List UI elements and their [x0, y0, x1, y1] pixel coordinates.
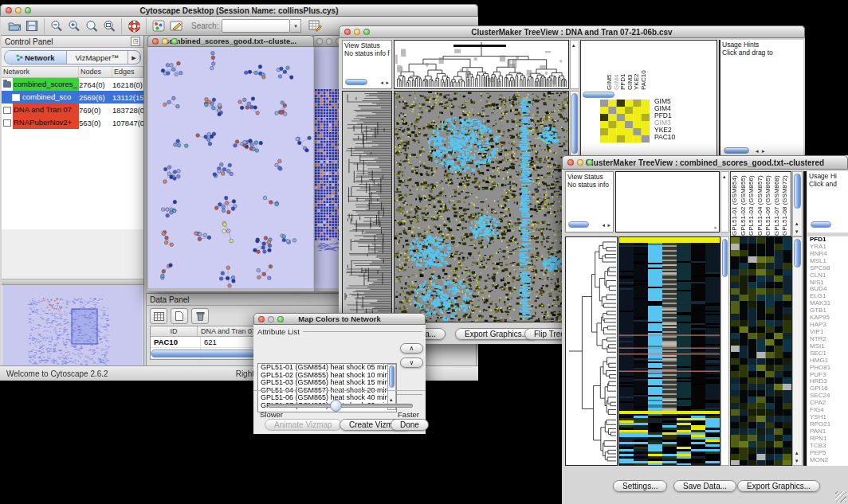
close-button[interactable]: [344, 29, 351, 35]
col-network[interactable]: Network: [2, 67, 79, 77]
pane-divider[interactable]: [803, 171, 807, 466]
zoom-button[interactable]: [363, 29, 370, 35]
column-label[interactable]: GPL51-04 (GSM857): [756, 172, 765, 236]
treeview2-titlebar[interactable]: ClusterMaker TreeView : combined_scores_…: [562, 155, 848, 170]
minimize-button[interactable]: [326, 38, 332, 45]
scroll-up-icon[interactable]: ▴: [795, 450, 799, 455]
vizmapper-icon[interactable]: [150, 18, 167, 34]
scroll-up-icon[interactable]: ▴: [723, 174, 726, 179]
tab-overflow-arrow[interactable]: ▶: [128, 51, 140, 64]
tv2-column-dendrogram[interactable]: ▸: [615, 171, 720, 232]
minimize-button[interactable]: [15, 7, 22, 14]
column-label[interactable]: GPL51-07 (GSM868): [773, 172, 782, 236]
scroll-thumb[interactable]: [794, 239, 801, 268]
done-button[interactable]: Done: [391, 419, 429, 431]
column-label[interactable]: GPL51-03 (GSM856): [748, 172, 756, 236]
minimize-button[interactable]: [268, 316, 274, 322]
zoom-button[interactable]: [171, 38, 178, 45]
tv1-column-dendrogram-canvas[interactable]: [395, 41, 568, 88]
move-up-button[interactable]: ∧: [400, 343, 423, 354]
zoom-button[interactable]: [587, 159, 593, 166]
settings-button[interactable]: Settings...: [613, 480, 667, 492]
float-panel-icon[interactable]: ◳: [131, 37, 140, 46]
tv1-selected-matrix-canvas[interactable]: [600, 100, 650, 143]
column-label[interactable]: GPL51-02 (GSM855): [740, 172, 748, 236]
minimize-button[interactable]: [577, 159, 583, 166]
birdseye-view-canvas[interactable]: [2, 285, 143, 369]
tv2-status-scrollbar[interactable]: [568, 221, 589, 228]
search-input[interactable]: [222, 19, 290, 33]
tv2-selected-matrix-canvas[interactable]: [731, 237, 791, 465]
scroll-up-icon[interactable]: ▴: [572, 42, 575, 48]
save-session-icon[interactable]: [23, 18, 41, 34]
save-data-button[interactable]: Save Data...: [673, 480, 736, 492]
main-titlebar[interactable]: Cytoscape Desktop (Session Name: collins…: [0, 4, 478, 17]
tv1-vscroll-thumb[interactable]: [571, 93, 578, 154]
new-attribute-icon[interactable]: [171, 308, 188, 324]
col-edges[interactable]: Edges: [112, 67, 143, 77]
scroll-thumb[interactable]: [794, 174, 801, 209]
tv2-row-dendrogram-canvas[interactable]: [566, 237, 617, 465]
scroll-up-icon[interactable]: ▴: [795, 221, 799, 226]
scroll-up-icon[interactable]: ▴: [390, 397, 393, 402]
tv1-status-scrollbar[interactable]: [345, 79, 367, 85]
table-row[interactable]: RNAPuberNov2+ 563(0) 107847(0): [2, 116, 143, 129]
scroll-left-icon[interactable]: ◂: [602, 222, 605, 228]
minimize-button[interactable]: [354, 29, 360, 35]
zoom-button[interactable]: [277, 316, 284, 322]
close-button[interactable]: [6, 7, 12, 14]
tv1-heatmap-canvas[interactable]: [395, 92, 568, 322]
table-edit-icon[interactable]: [306, 18, 324, 34]
column-label[interactable]: GPL51-01 (GSM854): [731, 172, 740, 236]
zoom-button[interactable]: [25, 7, 31, 14]
tab-vizmapper[interactable]: VizMapper™: [67, 51, 129, 64]
table-row[interactable]: DNA and Tran 07 769(0) 183728(0): [2, 104, 143, 116]
column-label[interactable]: GPL51-08 (GSM872): [781, 172, 790, 236]
close-button[interactable]: [152, 38, 159, 45]
tv1-row-dendrogram-canvas[interactable]: [343, 92, 391, 322]
select-attributes-icon[interactable]: [150, 308, 167, 324]
close-button[interactable]: [258, 316, 265, 322]
tv1-hints-scrollbar[interactable]: [724, 147, 749, 154]
table-row[interactable]: combined_scores_ 2764(0) 16218(0): [2, 78, 143, 91]
tv2-list-vscrollbar[interactable]: ▴ ▾: [792, 236, 803, 466]
annotation-icon[interactable]: [167, 18, 185, 34]
table-row[interactable]: combined_sco 2569(6) 13112(15): [2, 91, 143, 104]
close-button[interactable]: [567, 159, 574, 166]
tv2-heatmap-vscrollbar[interactable]: [720, 236, 729, 466]
scroll-thumb[interactable]: [722, 239, 728, 277]
delete-attribute-icon[interactable]: [191, 308, 209, 324]
scroll-left-icon[interactable]: ◂: [756, 148, 759, 154]
network1-view-canvas[interactable]: [148, 47, 313, 288]
minimize-button[interactable]: [162, 38, 168, 45]
zoom-selected-icon[interactable]: [100, 18, 118, 34]
tv2-heatmap-canvas[interactable]: [619, 237, 720, 465]
column-label[interactable]: PAC10: [641, 42, 648, 90]
open-file-icon[interactable]: [6, 18, 23, 34]
tv2-hints-scrollbar[interactable]: [811, 221, 831, 228]
tv2-labels-vscrollbar[interactable]: ▴ ▾: [792, 171, 803, 236]
speed-slider-thumb[interactable]: [330, 400, 342, 412]
tab-network[interactable]: Network: [5, 51, 67, 64]
scroll-right-icon[interactable]: ▸: [607, 222, 610, 228]
gene-label[interactable]: MON2: [810, 457, 848, 464]
scroll-right-icon[interactable]: ▸: [762, 148, 765, 154]
tv1-labels-hscrollbar[interactable]: [583, 92, 614, 98]
column-label[interactable]: GPL51-06 (GSM865): [764, 172, 773, 236]
export-graphics-button[interactable]: Export Graphics...: [737, 480, 820, 492]
dialog-titlebar[interactable]: Map Colors to Network: [253, 313, 426, 325]
zoom-out-icon[interactable]: [48, 18, 65, 34]
resize-grip[interactable]: [835, 491, 846, 502]
attr-col-id[interactable]: ID: [151, 326, 198, 336]
scroll-right-icon[interactable]: ▸: [386, 80, 389, 85]
close-button[interactable]: [316, 38, 323, 45]
network1-titlebar[interactable]: combined_scores_good.txt--cluste...: [147, 35, 314, 47]
scroll-left-icon[interactable]: ◂: [380, 80, 383, 85]
scroll-thumb[interactable]: [389, 365, 395, 388]
col-nodes[interactable]: Nodes: [79, 67, 112, 77]
animate-vizmap-button[interactable]: Animate Vizmap: [265, 419, 342, 431]
help-lifering-icon[interactable]: [125, 18, 143, 34]
search-dropdown-icon[interactable]: ▾: [290, 19, 301, 33]
scroll-down-icon[interactable]: ▾: [795, 458, 799, 463]
scroll-down-icon[interactable]: ▾: [795, 229, 799, 234]
